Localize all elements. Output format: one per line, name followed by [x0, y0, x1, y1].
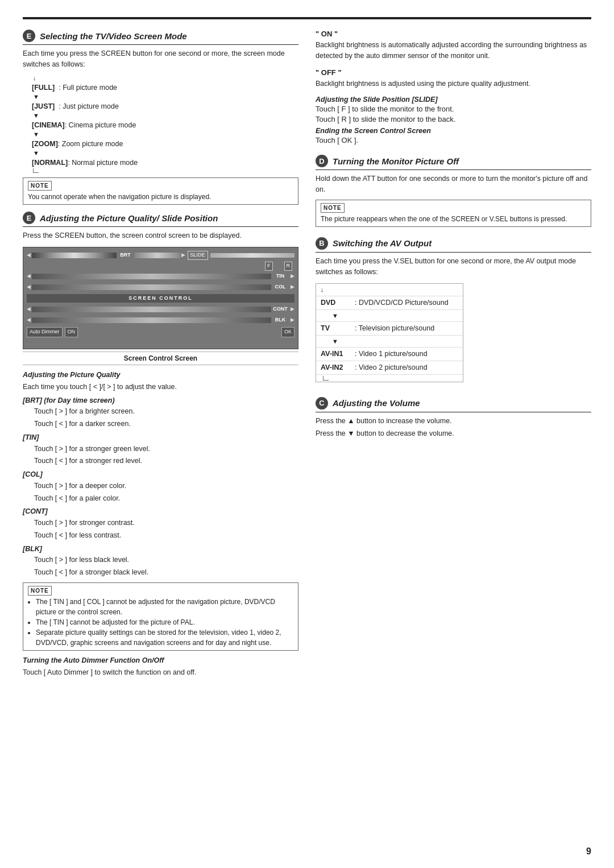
- brt-label: [BRT] (for Day time screen): [23, 395, 298, 406]
- col-items: Touch [ > ] for a deeper color. Touch [ …: [34, 481, 298, 504]
- note2-list: The [ TIN ] and [ COL ] cannot be adjust…: [36, 597, 293, 648]
- section-c-badge: C: [316, 397, 328, 410]
- top-border: [23, 17, 591, 19]
- blk-label: [BLK]: [23, 544, 298, 555]
- auto-dimmer-body: Touch [ Auto Dimmer ] to switch the func…: [23, 667, 298, 678]
- av-tv-row: TV : Television picture/sound: [316, 322, 463, 336]
- cont-items: Touch [ > ] for stronger contrast. Touch…: [34, 518, 298, 541]
- screen-mode-list: ↓ [FULL] : Full picture mode ▼ [JUST] : …: [32, 75, 298, 173]
- off-title: " OFF ": [316, 68, 591, 77]
- section-e2-badge: E: [23, 212, 35, 224]
- av-in2-row: AV-IN2 : Video 2 picture/sound: [316, 361, 463, 375]
- av-output-list: ↓ DVD : DVD/VCD/CD Picture/sound ▼ TV : …: [316, 283, 463, 382]
- on-body: Backlight brightness is automatically ad…: [316, 40, 591, 61]
- page-number: 9: [586, 846, 591, 857]
- av-bracket: [316, 375, 463, 382]
- cont-label: [CONT]: [23, 506, 298, 517]
- section-e1-badge: E: [23, 30, 35, 42]
- auto-dimmer-title: Turning the Auto Dimmer Function On/Off: [23, 655, 298, 666]
- section-b: B Switching the AV Output Each time you …: [316, 237, 591, 387]
- section-e1-title: Selecting the TV/Video Screen Mode: [40, 31, 187, 41]
- av-dvd-row: DVD : DVD/VCD/CD Picture/sound: [316, 296, 463, 310]
- screen-control-caption: Screen Control Screen: [23, 352, 298, 365]
- on-off-section: " ON " Backlight brightness is automatic…: [316, 30, 591, 144]
- av-down-arrow: ↓: [316, 284, 463, 296]
- tin-items: Touch [ > ] for a stronger green level. …: [34, 444, 298, 467]
- section-e2-header: E Adjusting the Picture Quality/ Slide P…: [23, 212, 298, 227]
- page: E Selecting the TV/Video Screen Mode Eac…: [0, 0, 614, 868]
- section-d-header: D Turning the Monitor Picture Off: [316, 155, 591, 170]
- section-c: C Adjusting the Volume Press the ▲ butto…: [316, 397, 591, 439]
- blk-items: Touch [ > ] for less black level. Touch …: [34, 555, 298, 578]
- screen-control-image: ◀ BRT ▶ SLIDE F R: [23, 247, 298, 349]
- section-d: D Turning the Monitor Picture Off Hold d…: [316, 155, 591, 227]
- adj-pq-body: Each time you touch [ < ]/[ > ] to adjus…: [23, 382, 298, 392]
- section-c-header: C Adjusting the Volume: [316, 397, 591, 412]
- ending-body: Touch [ OK ].: [316, 136, 591, 144]
- section-e2-body: Press the SCREEN button, the screen cont…: [23, 230, 298, 677]
- slide-body1: Touch [ F ] to slide the monitor to the …: [316, 105, 591, 113]
- brt-items: Touch [ > ] for a brighter screen. Touch…: [34, 406, 298, 429]
- section-e2: E Adjusting the Picture Quality/ Slide P…: [23, 212, 298, 677]
- slide-body2: Touch [ R ] to slide the monitor to the …: [316, 115, 591, 123]
- adj-pq-title: Adjusting the Picture Quality: [23, 370, 298, 381]
- tin-label: [TIN]: [23, 432, 298, 443]
- slide-pos-title: Adjusting the Slide Position [SLIDE]: [316, 96, 591, 104]
- section-d-body: Hold down the ATT button for one seconds…: [316, 173, 591, 227]
- section-c-title: Adjusting the Volume: [333, 398, 420, 408]
- section-b-header: B Switching the AV Output: [316, 237, 591, 253]
- section-d-title: Turning the Monitor Picture Off: [333, 156, 459, 166]
- off-body: Backlight brightness is adjusted using t…: [316, 78, 591, 89]
- section-e2-note: NOTE The [ TIN ] and [ COL ] cannot be a…: [23, 582, 298, 651]
- av-in1-row: AV-IN1 : Video 1 picture/sound: [316, 348, 463, 361]
- section-e1-body: Each time you press the SCREEN button fo…: [23, 48, 298, 205]
- ending-title: Ending the Screen Control Screen: [316, 127, 591, 135]
- section-b-body: Each time you press the V.SEL button for…: [316, 256, 591, 387]
- section-e1: E Selecting the TV/Video Screen Mode Eac…: [23, 30, 298, 205]
- section-c-body: Press the ▲ button to increase the volum…: [316, 416, 591, 439]
- section-e1-note: NOTE You cannot operate when the navigat…: [23, 177, 298, 205]
- section-e2-title: Adjusting the Picture Quality/ Slide Pos…: [40, 213, 218, 223]
- col-label: [COL]: [23, 469, 298, 480]
- section-d-badge: D: [316, 155, 328, 167]
- on-title: " ON ": [316, 30, 591, 38]
- left-column: E Selecting the TV/Video Screen Mode Eac…: [23, 30, 298, 684]
- av-down-arrow2: ▼: [316, 310, 463, 323]
- section-d-note: NOTE The picture reappears when the one …: [316, 200, 591, 227]
- section-e1-header: E Selecting the TV/Video Screen Mode: [23, 30, 298, 45]
- section-b-title: Switching the AV Output: [333, 238, 432, 248]
- right-column: " ON " Backlight brightness is automatic…: [316, 30, 591, 684]
- av-down-arrow3: ▼: [316, 336, 463, 348]
- section-b-badge: B: [316, 237, 328, 250]
